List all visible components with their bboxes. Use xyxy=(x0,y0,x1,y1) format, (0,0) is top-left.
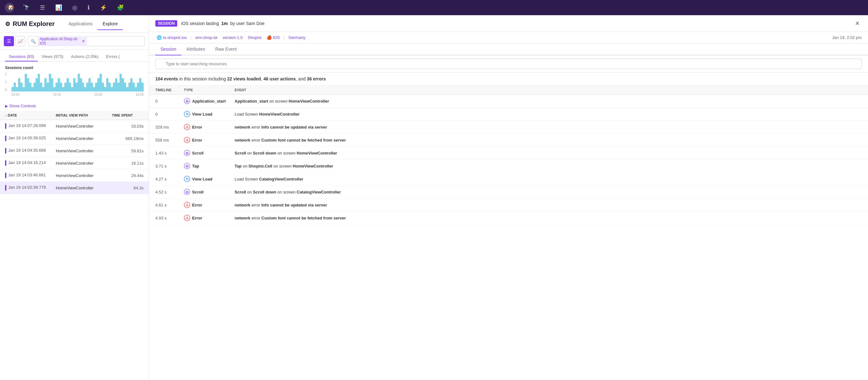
table-cell-timespent: 16.11s xyxy=(112,161,144,166)
lightning-icon[interactable]: ⚡ xyxy=(97,3,110,12)
events-row[interactable]: 4.93 s ⚠ Error network error Custom font… xyxy=(149,211,868,224)
event-description: network error Info cannot be updated via… xyxy=(235,203,862,207)
chart-bar xyxy=(64,83,67,92)
row-indicator xyxy=(5,123,6,129)
show-controls-button[interactable]: ▶ Show Controls xyxy=(5,104,36,108)
sub-tab-errors[interactable]: Errors ( xyxy=(102,52,124,62)
chart-bar xyxy=(18,78,20,92)
events-row[interactable]: 4.61 s ⚠ Error network error Info cannot… xyxy=(149,199,868,211)
chart-container: 210 13:10 13:15 13:20 13:25 xyxy=(5,72,144,98)
table-cell-path: HomeViewController xyxy=(56,161,112,166)
events-row[interactable]: 4.27 s ↻ View Load Load Screen CatalogVi… xyxy=(149,173,868,185)
event-description: network error Custom font cannot be fetc… xyxy=(235,138,862,142)
puzzle-icon[interactable]: 🧩 xyxy=(115,3,126,12)
tab-applications[interactable]: Applications xyxy=(63,18,98,30)
list-view-button[interactable]: ☰ xyxy=(4,36,14,46)
event-description: Load Screen HomeViewController xyxy=(235,112,862,116)
chart-bar xyxy=(34,83,36,92)
session-tab-rawevent[interactable]: Raw Event xyxy=(210,43,242,56)
sub-tab-actions[interactable]: Actions (2.05k) xyxy=(67,52,102,62)
show-controls-section: ▶ Show Controls xyxy=(0,102,149,111)
chart-bar xyxy=(120,74,122,92)
chart-bar xyxy=(84,87,86,92)
chart-bar xyxy=(16,87,18,92)
event-type-icon: ⚠ xyxy=(184,202,190,208)
table-row[interactable]: Jan 19 14:04:16.214 HomeViewController 1… xyxy=(0,157,149,169)
meta-tag-ios[interactable]: 🍎 iOS xyxy=(265,35,281,40)
table-row[interactable]: Jan 19 14:05:39.025 HomeViewController 6… xyxy=(0,132,149,145)
event-timeline: 4.27 s xyxy=(155,177,184,181)
events-row[interactable]: 558 ms ⚠ Error network error Custom font… xyxy=(149,134,868,147)
chart-view-button[interactable]: 📈 xyxy=(15,36,25,46)
table-row[interactable]: Jan 19 14:07:28.099 HomeViewController 3… xyxy=(0,120,149,132)
chart-bar xyxy=(23,87,25,92)
meta-tag-url[interactable]: 🌐 io.shopist.ios xyxy=(155,35,188,40)
session-tab-attributes[interactable]: Attributes xyxy=(181,43,210,56)
chart-title: Sessions count xyxy=(5,66,144,70)
table-row[interactable]: Jan 19 14:03:46.661 HomeViewController 2… xyxy=(0,169,149,182)
meta-tag-env[interactable]: env:shop.ist xyxy=(194,35,219,40)
chart-bar xyxy=(113,83,115,92)
table-cell-date: Jan 19 14:05:39.025 xyxy=(5,136,56,141)
network-icon[interactable]: ◎ xyxy=(70,3,80,12)
chart-bar xyxy=(44,78,46,92)
close-button[interactable]: ✕ xyxy=(853,19,862,28)
event-search-input[interactable] xyxy=(155,59,862,69)
table-cell-date: Jan 19 14:04:16.214 xyxy=(5,160,56,166)
binoculars-icon[interactable]: 🔭 xyxy=(20,3,32,12)
filter-tag[interactable]: Application Id:Shop.ist iOS ✕ xyxy=(38,36,87,46)
meta-tag-shopist[interactable]: Shopist xyxy=(247,35,263,40)
event-timeline: 0 xyxy=(155,112,184,116)
table-header: ↓ DATE INITIAL VIEW PATH TIME SPENT xyxy=(0,111,149,120)
sub-tab-sessions[interactable]: Sessions (83) xyxy=(5,52,38,62)
tab-explore[interactable]: Explore xyxy=(98,18,123,30)
chart-bar xyxy=(58,78,60,92)
chart-bar xyxy=(27,78,29,92)
session-tabs: Session Attributes Raw Event xyxy=(149,43,868,56)
events-row[interactable]: 3.71 s ◎ Tap Tap on Shopist.Cell on scre… xyxy=(149,160,868,173)
rum-explorer-gear-icon: ⚙ xyxy=(5,21,10,28)
search-bar: ☰ 📈 🔍 Application Id:Shop.ist iOS ✕ xyxy=(0,33,149,50)
session-meta: 🌐 io.shopist.ios | env:shop.ist version:… xyxy=(149,32,868,43)
chart-bar xyxy=(82,83,84,92)
row-indicator xyxy=(5,148,6,153)
session-tab-session[interactable]: Session xyxy=(155,43,181,56)
session-header: SESSION iOS session lasting 1m by user S… xyxy=(149,15,868,32)
event-type-label: Error xyxy=(192,138,202,142)
search-input[interactable] xyxy=(89,39,142,44)
table-row[interactable]: Jan 19 14:04:35.668 HomeViewController 5… xyxy=(0,145,149,157)
events-table: TIMELINE TYPE EVENT 0 ◎ Application_star… xyxy=(149,85,868,380)
meta-tag-version[interactable]: version:1.0 xyxy=(221,35,244,40)
events-row[interactable]: 0 ◎ Application_start Application_start … xyxy=(149,95,868,108)
events-row[interactable]: 0 ↻ View Load Load Screen HomeViewContro… xyxy=(149,108,868,120)
sub-tab-views[interactable]: Views (973) xyxy=(38,52,67,62)
event-type-icon: ◎ xyxy=(184,150,190,156)
chart-bar xyxy=(106,78,108,92)
chart-bar xyxy=(11,87,13,92)
chart-bar xyxy=(137,83,139,92)
event-type-label: View Load xyxy=(192,112,212,116)
barchart-icon[interactable]: 📊 xyxy=(53,3,65,12)
event-type: ⚠ Error xyxy=(184,215,235,221)
chart-bar xyxy=(60,83,62,92)
event-type-label: Scroll xyxy=(192,151,204,156)
chart-bar xyxy=(142,83,144,92)
events-row[interactable]: 4.52 s ◎ Scroll Scroll on Scroll down on… xyxy=(149,185,868,199)
apple-icon: 🍎 xyxy=(267,35,272,40)
table-row[interactable]: Jan 19 14:02:39.779 HomeViewController 6… xyxy=(0,182,149,194)
table-rows: Jan 19 14:07:28.099 HomeViewController 3… xyxy=(0,120,149,194)
filter-tag-close-icon[interactable]: ✕ xyxy=(82,39,85,43)
event-type: ⚠ Error xyxy=(184,137,235,143)
chart-bar xyxy=(139,78,142,92)
list-icon[interactable]: ☰ xyxy=(37,3,48,12)
event-type-icon: ⚠ xyxy=(184,137,190,143)
event-type-label: Error xyxy=(192,125,202,130)
events-row[interactable]: 1.43 s ◎ Scroll Scroll on Scroll down on… xyxy=(149,147,868,160)
row-indicator xyxy=(5,173,6,178)
meta-tag-germany[interactable]: Germany xyxy=(287,35,307,40)
events-row[interactable]: 329 ms ⚠ Error network error Info cannot… xyxy=(149,120,868,134)
info-icon[interactable]: ℹ xyxy=(85,3,92,12)
event-type: ⚠ Error xyxy=(184,202,235,208)
table-cell-timespent: 665.19ms xyxy=(112,136,144,141)
chart-bars xyxy=(5,72,144,92)
